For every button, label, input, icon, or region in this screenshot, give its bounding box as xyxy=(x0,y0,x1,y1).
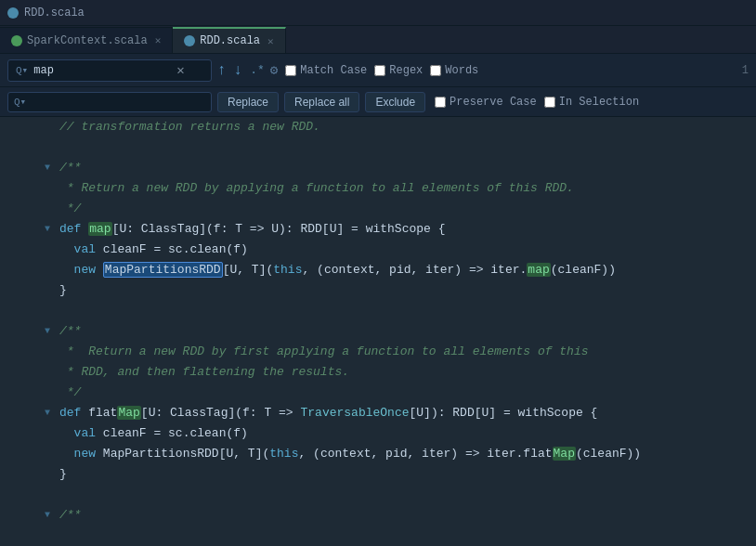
nav-down-button[interactable]: ↓ xyxy=(232,62,245,79)
exclude-button[interactable]: Exclude xyxy=(365,92,425,112)
in-selection-label: In Selection xyxy=(559,96,639,109)
search-bar: Q▾ ✕ ↑ ↓ .* ⚙ Match Case Regex Words 1 xyxy=(0,54,756,87)
words-checkbox[interactable] xyxy=(430,65,441,76)
search-options: Match Case Regex Words xyxy=(285,64,478,77)
rdd-icon xyxy=(184,35,195,46)
regex-option[interactable]: Regex xyxy=(374,64,423,77)
code-line: ▼ /** xyxy=(9,505,756,526)
code-line: * RDD, and then flattening the results. xyxy=(9,362,756,383)
code-line: val cleanF = sc.clean(f) xyxy=(9,423,756,444)
words-label: Words xyxy=(445,64,478,77)
preserve-case-checkbox[interactable] xyxy=(435,97,446,108)
code-line: } xyxy=(9,464,756,485)
search-input[interactable] xyxy=(33,64,173,77)
sparkcontext-icon xyxy=(11,35,22,46)
code-line: new MapPartitionsRDD[U, T](this, (contex… xyxy=(9,260,756,280)
match-case-option[interactable]: Match Case xyxy=(285,64,367,77)
tab-sparkcontext[interactable]: SparkContext.scala ✕ xyxy=(0,27,173,53)
title-icon xyxy=(7,7,19,19)
preserve-case-label: Preserve Case xyxy=(450,96,537,109)
clear-search-button[interactable]: ✕ xyxy=(176,62,184,78)
code-line: ▼ def flatMap[U: ClassTag](f: T => Trave… xyxy=(9,403,756,423)
code-line xyxy=(9,301,756,321)
code-line: ▼ /** xyxy=(9,321,756,342)
tab-rdd-label: RDD.scala xyxy=(200,34,260,47)
regex-label: Regex xyxy=(389,64,423,77)
regex-checkbox[interactable] xyxy=(374,65,385,76)
code-line: ▼ /** xyxy=(9,158,756,178)
code-line: * Return a new RDD by applying a functio… xyxy=(9,178,756,199)
code-line: val cleanF = sc.clean(f) xyxy=(9,240,756,260)
replace-input[interactable] xyxy=(33,96,205,109)
tab-bar: SparkContext.scala ✕ RDD.scala ✕ xyxy=(0,26,756,54)
tab-sparkcontext-close[interactable]: ✕ xyxy=(155,34,162,46)
search-input-wrap: Q▾ ✕ xyxy=(7,59,212,82)
in-selection-checkbox[interactable] xyxy=(544,97,555,108)
match-case-label: Match Case xyxy=(300,64,367,77)
tab-sparkcontext-label: SparkContext.scala xyxy=(27,34,148,47)
words-option[interactable]: Words xyxy=(430,64,478,77)
replace-icon: Q▾ xyxy=(14,96,26,108)
code-area: // transformation returns a new RDD. ▼ /… xyxy=(0,117,756,546)
regex-toggle-button[interactable]: .* xyxy=(248,63,267,77)
replace-button[interactable]: Replace xyxy=(217,92,279,112)
code-line xyxy=(9,137,756,158)
replace-all-button[interactable]: Replace all xyxy=(284,92,359,112)
title-text: RDD.scala xyxy=(24,6,85,20)
tab-rdd[interactable]: RDD.scala ✕ xyxy=(173,27,285,53)
code-line: */ xyxy=(9,199,756,219)
search-settings-button[interactable]: ⚙ xyxy=(270,62,278,78)
search-icon: Q▾ xyxy=(14,64,30,76)
replace-bar: Q▾ Replace Replace all Exclude Preserve … xyxy=(0,87,756,117)
code-line: // transformation returns a new RDD. xyxy=(9,117,756,137)
in-selection-option[interactable]: In Selection xyxy=(544,96,639,109)
match-case-checkbox[interactable] xyxy=(285,65,296,76)
title-bar: RDD.scala xyxy=(0,0,756,26)
code-line: } xyxy=(9,280,756,301)
code-line: * Return a new RDD by first applying a f… xyxy=(9,342,756,362)
code-line: ▼ def map[U: ClassTag](f: T => U): RDD[U… xyxy=(9,219,756,240)
code-line: */ xyxy=(9,383,756,403)
tab-rdd-close[interactable]: ✕ xyxy=(267,35,274,47)
nav-up-button[interactable]: ↑ xyxy=(215,62,228,79)
code-content[interactable]: // transformation returns a new RDD. ▼ /… xyxy=(0,117,756,546)
replace-input-wrap: Q▾ xyxy=(7,92,212,112)
code-line xyxy=(9,485,756,505)
preserve-case-option[interactable]: Preserve Case xyxy=(435,96,537,109)
replace-options: Preserve Case In Selection xyxy=(435,96,639,109)
page-number: 1 xyxy=(742,64,749,77)
code-line: new MapPartitionsRDD[U, T](this, (contex… xyxy=(9,444,756,464)
